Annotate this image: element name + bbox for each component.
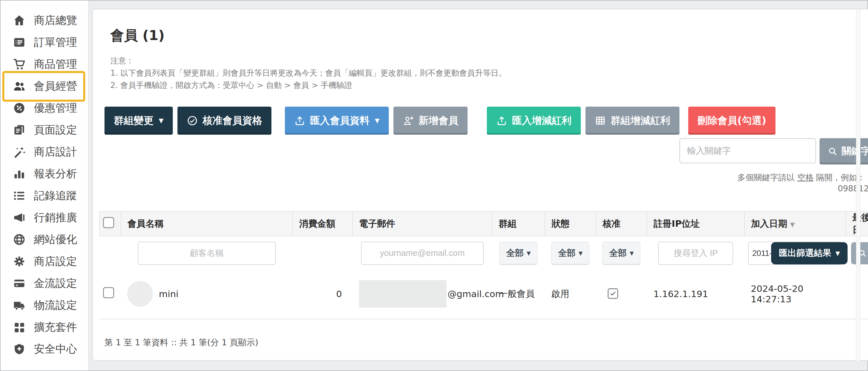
col-header-email: 電子郵件: [352, 211, 492, 236]
sidebar-item-record-tracking[interactable]: 記錄追蹤: [1, 184, 88, 206]
sort-descending-icon: ▼: [790, 221, 795, 228]
note-title: 注意：: [110, 55, 868, 67]
add-member-button[interactable]: 新增會員: [394, 107, 468, 135]
sidebar-item-member-management[interactable]: 會員經營: [1, 75, 88, 97]
import-members-button[interactable]: 匯入會員資料▼: [285, 107, 389, 135]
sidebar-item-label: 會員經營: [34, 79, 77, 93]
col-header-ip: 註冊IP位址: [647, 211, 745, 236]
group-change-label: 群組變更: [114, 114, 154, 127]
group-points-button[interactable]: 群組增減紅利: [586, 107, 679, 135]
email-filter-input[interactable]: [361, 241, 484, 265]
group-filter-dropdown[interactable]: 全部▼: [499, 241, 537, 265]
chevron-down-icon: ▼: [159, 117, 163, 124]
col-header-status: 狀態: [545, 211, 596, 236]
delete-members-button[interactable]: 刪除會員(勾選): [688, 107, 775, 135]
row-checkbox[interactable]: [103, 287, 114, 298]
keyword-search-input[interactable]: [679, 138, 816, 163]
sidebar-item-shop-overview[interactable]: 商店總覽: [1, 9, 88, 31]
ip-filter-input[interactable]: [658, 241, 733, 265]
sidebar-item-store-design[interactable]: 商店設計: [1, 141, 88, 163]
sidebar-item-order-management[interactable]: 訂單管理: [1, 31, 88, 53]
member-name: mini: [159, 289, 178, 299]
col-header-spend: 消費金額: [292, 211, 352, 236]
sidebar-item-label: 記錄追蹤: [34, 189, 77, 203]
bar-chart-icon: [12, 167, 26, 181]
delete-members-label: 刪除會員(勾選): [698, 114, 766, 127]
group-change-button[interactable]: 群組變更▼: [104, 107, 173, 135]
megaphone-icon: [12, 210, 26, 225]
approve-filter-dropdown[interactable]: 全部▼: [602, 241, 640, 265]
sidebar-item-label: 訂單管理: [34, 35, 77, 50]
credit-card-icon: [12, 276, 26, 290]
pages-icon: [12, 123, 26, 137]
sidebar-item-page-settings[interactable]: 頁面設定: [1, 119, 88, 141]
table-header-row: 會員名稱 消費金額 電子郵件 群組 狀態 核准 註冊IP位址 加入日期▼ 最後升…: [99, 211, 868, 236]
export-filtered-button[interactable]: 匯出篩選結果▼: [771, 242, 847, 264]
upload-icon: [294, 115, 305, 126]
pagination-summary: 第 1 至 1 筆資料 :: 共 1 筆(分 1 頁顯示): [104, 337, 868, 348]
note-line-2: 2. 會員手機驗證，開啟方式為：受眾中心 > 自動 > 會員 > 手機驗證: [110, 79, 868, 91]
page-title: 會員 (1): [110, 26, 868, 45]
member-spend: 0: [292, 269, 352, 319]
vertical-scrollbar[interactable]: [856, 9, 860, 361]
status-filter-dropdown[interactable]: 全部▼: [551, 241, 589, 265]
sidebar-item-security-center[interactable]: 安全中心: [1, 338, 88, 360]
sidebar-item-label: 商店總覽: [34, 13, 77, 28]
sidebar-item-product-management[interactable]: 商品管理: [1, 53, 88, 75]
users-icon: [12, 79, 26, 93]
sidebar-item-report-analytics[interactable]: 報表分析: [1, 163, 88, 184]
import-points-button[interactable]: 匯入增減紅利: [487, 107, 581, 135]
sidebar-item-promotion-management[interactable]: 優惠管理: [1, 97, 88, 119]
page-notes: 注意： 1. 以下會員列表頁「變更群組」則會員升等日將更改為今天；會員「編輯頁」…: [110, 55, 868, 91]
name-filter-input[interactable]: [138, 241, 276, 265]
sidebar-item-label: 金流設定: [34, 276, 77, 291]
truck-icon: [12, 298, 26, 312]
cart-icon: [12, 57, 26, 71]
sidebar-item-site-optimization[interactable]: 網站優化: [1, 228, 88, 250]
search-panel: 刪除會員(勾選) 關鍵字搜尋 多個關鍵字請以 空格 隔開，例如：「王小明 098…: [679, 107, 868, 194]
admin-screen: 商店總覽 訂單管理 商品管理 會員經營 優惠管理 頁面設定 商店設計: [0, 0, 868, 371]
home-icon: [12, 13, 26, 27]
sidebar-item-label: 優惠管理: [34, 101, 77, 115]
sidebar-item-label: 安全中心: [34, 342, 77, 356]
select-all-checkbox[interactable]: [103, 217, 114, 228]
sidebar-item-marketing[interactable]: 行銷推廣: [1, 206, 88, 228]
content-card: 會員 (1) 注意： 1. 以下會員列表頁「變更群組」則會員升等日將更改為今天；…: [92, 9, 868, 361]
sidebar-item-label: 擴充套件: [34, 320, 77, 335]
main-area: 會員 (1) 注意： 1. 以下會員列表頁「變更群組」則會員升等日將更改為今天；…: [89, 1, 868, 370]
sidebar-item-label: 商品管理: [34, 57, 77, 72]
check-circle-icon: [187, 115, 198, 126]
shield-icon: [12, 342, 26, 356]
gear-icon: [12, 254, 26, 268]
import-members-label: 匯入會員資料: [310, 114, 370, 127]
avatar: [127, 281, 153, 307]
sidebar-item-payment-settings[interactable]: 金流設定: [1, 272, 88, 294]
orders-icon: [12, 35, 26, 49]
sidebar-item-logistics-settings[interactable]: 物流設定: [1, 294, 88, 316]
approve-members-button[interactable]: 核准會員資格: [178, 107, 272, 135]
col-header-member-name: 會員名稱: [121, 211, 292, 236]
sidebar: 商店總覽 訂單管理 商品管理 會員經營 優惠管理 頁面設定 商店設計: [1, 1, 89, 370]
keyword-search-button[interactable]: 關鍵字搜尋: [819, 138, 868, 165]
toolbar: 群組變更▼ 核准會員資格 匯入會員資料▼ 新增會員 匯入增減紅利: [104, 107, 868, 194]
note-line-1: 1. 以下會員列表頁「變更群組」則會員升等日將更改為今天；會員「編輯頁」更改群組…: [110, 67, 868, 79]
col-header-group: 群組: [492, 211, 545, 236]
sidebar-item-store-settings[interactable]: 商店設定: [1, 250, 88, 272]
add-member-label: 新增會員: [418, 114, 458, 127]
import-points-label: 匯入增減紅利: [512, 114, 571, 127]
sidebar-item-label: 物流設定: [34, 298, 77, 313]
filter-row: 全部▼ 全部▼ 全部▼ 匯出篩選結果▼ 篩選: [99, 236, 868, 269]
chevron-down-icon: ▼: [629, 250, 633, 256]
discount-icon: [12, 101, 26, 115]
redacted-email-box: [359, 280, 446, 308]
sidebar-item-label: 頁面設定: [34, 123, 77, 137]
table-grid-icon: [595, 115, 606, 126]
sidebar-item-label: 網站優化: [34, 232, 77, 247]
member-email: @gmail.com: [359, 280, 492, 308]
approved-checkbox[interactable]: [608, 288, 618, 299]
sidebar-item-extensions[interactable]: 擴充套件: [1, 316, 88, 338]
col-header-join-date[interactable]: 加入日期▼: [745, 211, 846, 236]
keyword-search-label: 關鍵字搜尋: [842, 145, 868, 158]
sidebar-item-label: 行銷推廣: [34, 210, 77, 225]
hint-prefix: 多個關鍵字請以: [738, 173, 797, 182]
